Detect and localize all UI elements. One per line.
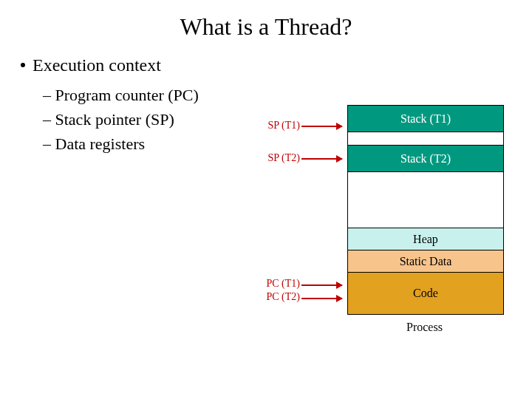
slide-title: What is a Thread? bbox=[0, 13, 532, 41]
arrow-icon bbox=[301, 298, 342, 299]
segment-gap bbox=[348, 132, 503, 146]
bullet-text: Execution context bbox=[33, 55, 161, 75]
arrow-icon bbox=[301, 158, 342, 160]
segment-static-data: Static Data bbox=[348, 250, 503, 273]
pointer-pc-t2-label: PC (T2) bbox=[256, 291, 300, 303]
memory-column: Stack (T1) Stack (T2) Heap Static Data C… bbox=[347, 105, 504, 315]
bullet-execution-context: Execution context bbox=[21, 55, 532, 75]
segment-stack-t2: Stack (T2) bbox=[348, 146, 503, 172]
arrow-icon bbox=[301, 284, 342, 286]
process-caption: Process bbox=[406, 321, 443, 334]
segment-code: Code bbox=[348, 273, 503, 314]
bullet-dot-icon bbox=[21, 63, 25, 67]
arrow-icon bbox=[301, 126, 342, 127]
segment-stack-t1: Stack (T1) bbox=[348, 106, 503, 132]
sub-bullet-pc: Program counter (PC) bbox=[43, 83, 532, 107]
segment-free-space bbox=[348, 172, 503, 228]
pointer-sp-t1-label: SP (T1) bbox=[256, 120, 300, 132]
pointer-sp-t2-label: SP (T2) bbox=[256, 152, 300, 164]
pointer-pc-t1-label: PC (T1) bbox=[256, 278, 300, 290]
segment-heap: Heap bbox=[348, 228, 503, 250]
